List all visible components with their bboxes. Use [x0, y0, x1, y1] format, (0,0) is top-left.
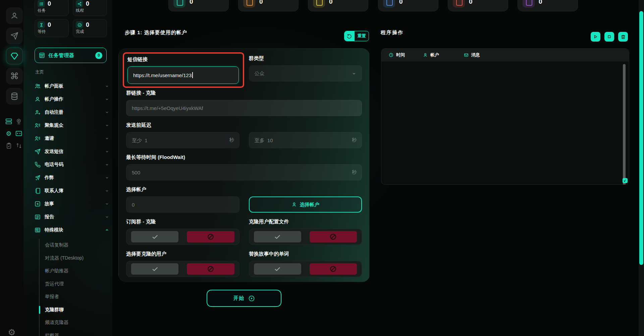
- submenu-item-channel-cloner[interactable]: 频道克隆器: [40, 316, 108, 329]
- group-link-input[interactable]: [126, 100, 362, 116]
- task-manager-badge: 0: [95, 52, 102, 59]
- sidebar-item-reports[interactable]: 报告: [35, 210, 109, 223]
- sidebar-item-gather-audience[interactable]: 聚集观众: [35, 119, 109, 132]
- submenu-item-session-copier[interactable]: 会话复制器: [40, 239, 108, 252]
- diamond-icon: [10, 52, 19, 60]
- command-button[interactable]: ⌘: [6, 68, 23, 85]
- top-stat-card: 0: [238, 0, 299, 11]
- sms-link-value: https://t.me/username/123: [133, 72, 192, 78]
- check-option[interactable]: [254, 263, 301, 275]
- settings-icon[interactable]: ⚙: [7, 327, 17, 336]
- sidebar-item-cheat[interactable]: 作弊: [35, 171, 109, 184]
- special-modules-submenu: 会话复制器 对流器 (TDesktop) 帐户助推器 货运代理 举报者 克隆群聊…: [39, 239, 108, 336]
- select-accounts-button[interactable]: 选择帐户: [249, 197, 362, 213]
- floodwait-label: 最长等待时间 (FloodWait): [126, 154, 362, 162]
- task-manager-button[interactable]: 任务管理器 0: [35, 48, 107, 63]
- play-icon: [593, 35, 598, 39]
- table-scrollbar-thumb[interactable]: [623, 64, 626, 185]
- sms-link-highlight: 短信链接 https://t.me/username/123: [123, 52, 244, 88]
- sidebar-item-special-modules[interactable]: 特殊模块: [35, 223, 109, 236]
- sidebar-item-label: 作弊: [45, 175, 54, 181]
- ops-stop-button[interactable]: [604, 32, 614, 42]
- check-icon: [274, 265, 281, 273]
- stat-label: 等待: [38, 29, 66, 35]
- submenu-item-freight-agent[interactable]: 货运代理: [40, 278, 108, 291]
- top-stat-card: 0: [448, 0, 508, 11]
- sidebar-item-account-panel[interactable]: 帐户面板: [35, 79, 109, 93]
- sidebar-item-send-sms[interactable]: 发送短信: [35, 145, 109, 158]
- telegram-button[interactable]: [6, 27, 23, 44]
- check-option[interactable]: [254, 231, 301, 242]
- submenu-item-convector-tdesktop[interactable]: 对流器 (TDesktop): [40, 252, 108, 265]
- users-icon: [35, 83, 41, 89]
- top-stat-card: 0: [518, 0, 578, 11]
- wait-icon: [38, 21, 45, 29]
- gear-icon[interactable]: ⚙: [5, 129, 13, 137]
- toggle-label-select-users: 选择要克隆的用户: [126, 251, 239, 258]
- ops-clear-button[interactable]: [618, 32, 628, 42]
- ban-option-selected[interactable]: [310, 263, 357, 275]
- submenu-item-account-booster[interactable]: 帐户助推器: [40, 265, 108, 278]
- stat-count: 0: [259, 0, 263, 8]
- chevron-down-icon: [105, 163, 109, 167]
- stat-count: 0: [539, 0, 542, 8]
- group-type-label: 群类型: [249, 55, 362, 63]
- stat-value: 0: [48, 21, 51, 29]
- sidebar-item-account-ops[interactable]: 帐户操作: [35, 93, 109, 106]
- start-button[interactable]: 开始: [207, 290, 281, 307]
- stat-count: 0: [190, 0, 193, 8]
- sidebar: 0 任务 0 线程 0 等待: [23, 0, 112, 336]
- ban-option-selected[interactable]: [187, 231, 234, 242]
- code-window-icon[interactable]: [15, 129, 23, 137]
- database-button[interactable]: [6, 88, 23, 105]
- user-list-icon: [35, 135, 41, 142]
- sidebar-item-label: 自动注册: [45, 109, 63, 115]
- threads-icon: [76, 0, 83, 7]
- sms-link-label: 短信链接: [127, 56, 239, 64]
- swap-icon[interactable]: [15, 142, 23, 150]
- check-option[interactable]: [131, 263, 178, 275]
- group-type-select[interactable]: 公众: [249, 65, 362, 81]
- done-icon: [76, 21, 83, 29]
- chevron-down-icon: [105, 189, 109, 193]
- sidebar-item-contacts-book[interactable]: 联系人簿: [35, 184, 109, 197]
- floodwait-input[interactable]: [126, 164, 362, 180]
- toggle-subscribe-clone: [126, 229, 239, 245]
- webcam-icon[interactable]: [15, 117, 23, 125]
- plus-square-icon: [35, 201, 41, 207]
- page-scrollbar-thumb[interactable]: [639, 11, 643, 265]
- sidebar-item-stories[interactable]: 故事: [35, 197, 109, 210]
- sidebar-item-label: 邀请: [45, 135, 54, 142]
- ops-play-button[interactable]: [591, 32, 600, 42]
- ban-option-selected[interactable]: [187, 263, 234, 275]
- delay-min-input[interactable]: [126, 132, 239, 148]
- check-option[interactable]: [131, 231, 178, 242]
- sidebar-item-auto-register[interactable]: 自动注册: [35, 106, 109, 119]
- premium-button[interactable]: [6, 48, 23, 64]
- server-check-icon[interactable]: [5, 117, 13, 125]
- submenu-item-reporter[interactable]: 举报者: [40, 290, 108, 303]
- send-plus-icon: [35, 175, 41, 181]
- sidebar-section-home: 主页: [35, 69, 44, 75]
- resize-handle-icon[interactable]: [623, 178, 628, 183]
- reset-button[interactable]: 重置: [344, 31, 369, 41]
- stat-count: 0: [329, 0, 333, 8]
- column-label: 帐户: [430, 52, 439, 58]
- seconds-suffix: 秒: [229, 132, 234, 148]
- submenu-item-clone-group-chat[interactable]: 克隆群聊: [40, 303, 108, 317]
- sidebar-item-invite[interactable]: 邀请: [35, 132, 109, 145]
- stat-card-tasks: 0 任务: [35, 0, 69, 16]
- clipboard-check-icon[interactable]: [5, 142, 13, 150]
- delay-max-input[interactable]: [249, 132, 362, 148]
- send-icon: [35, 149, 41, 155]
- sidebar-item-label: 报告: [45, 214, 54, 220]
- ban-option-selected[interactable]: [310, 231, 357, 242]
- ban-icon: [207, 233, 214, 240]
- sidebar-item-phone-numbers[interactable]: 电话号码: [35, 158, 109, 171]
- stat-value: 0: [86, 21, 89, 29]
- submenu-item-interceptor[interactable]: 拦截器: [40, 329, 108, 336]
- accounts-count-input[interactable]: [126, 197, 239, 213]
- profile-button[interactable]: [6, 7, 23, 24]
- sms-link-input[interactable]: https://t.me/username/123: [127, 66, 239, 84]
- submenu-label: 克隆群聊: [45, 307, 64, 313]
